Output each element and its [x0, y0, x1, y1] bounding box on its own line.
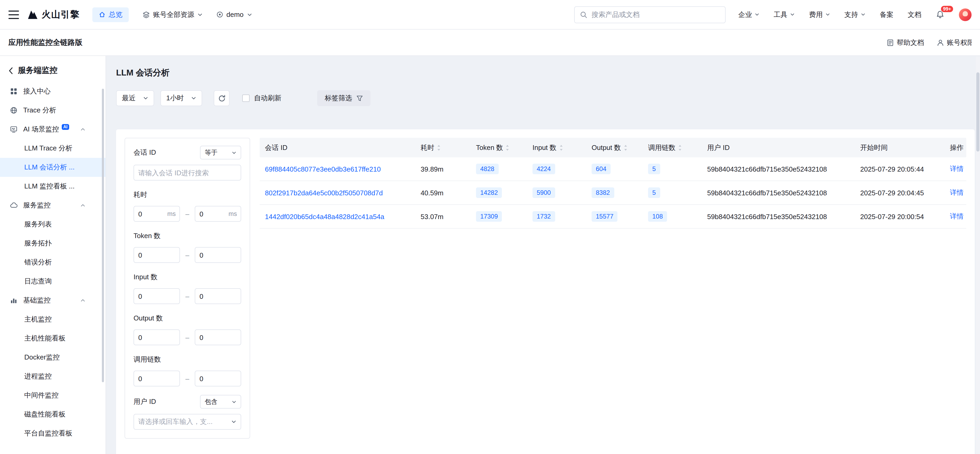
sidebar-item-platform-self-monitoring-dashboard[interactable]: 平台自监控看板 — [0, 424, 105, 443]
sidebar-item-llm-trace-analysis[interactable]: LLM Trace 分析 — [0, 139, 105, 158]
input-min-input[interactable] — [134, 288, 180, 304]
layers-icon — [143, 11, 150, 18]
menu-docs[interactable]: 文档 — [908, 10, 921, 19]
filter-output-count: Output 数 – — [134, 312, 241, 345]
sidebar-item-middleware-monitoring[interactable]: 中间件监控 — [0, 386, 105, 405]
session-id-operator-select[interactable]: 等于 — [200, 146, 241, 159]
chevron-down-icon — [197, 12, 203, 17]
sidebar-title: 服务端监控 — [18, 65, 57, 75]
chevron-down-icon — [826, 12, 830, 17]
sidebar-item-host-performance-dashboard[interactable]: 主机性能看板 — [0, 329, 105, 348]
project-dropdown[interactable]: demo — [216, 11, 252, 19]
sidebar-item-host-monitoring[interactable]: 主机监控 — [0, 310, 105, 329]
trace-max-input[interactable] — [195, 371, 241, 386]
sort-icon — [505, 144, 510, 151]
user-avatar[interactable] — [959, 8, 972, 21]
token-min-input[interactable] — [134, 247, 180, 263]
menu-support[interactable]: 支持 — [844, 10, 865, 19]
range-separator: – — [186, 374, 189, 382]
interval-select[interactable]: 1小时 — [161, 90, 202, 106]
session-id-input[interactable] — [134, 165, 241, 180]
duration-max-input[interactable] — [195, 206, 241, 222]
filter-funnel-icon — [356, 95, 363, 102]
brand-logo[interactable]: 火山引擎 — [27, 8, 80, 21]
sidebar-item-access-center[interactable]: 接入中心 — [0, 82, 105, 101]
session-id-link[interactable]: 69f884405c8077e3ee0db3e617ffe210 — [265, 165, 381, 173]
auto-refresh-toggle[interactable]: 自动刷新 — [242, 94, 281, 103]
user-id-operator-select[interactable]: 包含 — [200, 395, 241, 409]
range-separator: – — [186, 292, 189, 300]
search-input[interactable] — [592, 11, 720, 19]
start-time-value: 2025-07-29 20:00:54 — [860, 212, 924, 220]
trace-min-input[interactable] — [134, 371, 180, 386]
menu-icp[interactable]: 备案 — [880, 10, 894, 19]
col-header-duration[interactable]: 耗时 — [415, 143, 471, 152]
col-header-token-count[interactable]: Token 数 — [471, 143, 527, 152]
session-id-link[interactable]: 1442df020b65dc4a48a4828d2c41a54a — [265, 212, 385, 220]
time-range-select[interactable]: 最近 — [116, 90, 154, 106]
sidebar-item-docker-monitoring[interactable]: Docker监控 — [0, 348, 105, 367]
notifications-button[interactable]: 99+ — [935, 10, 945, 19]
detail-link[interactable]: 详情 — [950, 164, 964, 174]
output-min-input[interactable] — [134, 330, 180, 345]
sidebar-item-service-list[interactable]: 服务列表 — [0, 215, 105, 234]
window-scrollbar-thumb[interactable] — [976, 72, 980, 151]
trace-count-tag: 108 — [648, 211, 667, 222]
hamburger-menu-icon[interactable] — [8, 10, 19, 19]
sidebar-scrollbar-thumb[interactable] — [102, 89, 104, 382]
token-max-input[interactable] — [195, 247, 241, 263]
col-header-output-count[interactable]: Output 数 — [586, 143, 643, 152]
trace-count-tag: 5 — [648, 164, 660, 174]
chevron-down-icon — [191, 96, 196, 101]
auto-refresh-checkbox[interactable] — [242, 94, 250, 102]
chevron-down-icon — [232, 399, 236, 404]
global-search[interactable] — [574, 6, 725, 23]
overview-button[interactable]: 总览 — [92, 7, 129, 22]
input-count-tag: 1732 — [533, 211, 555, 222]
sidebar-item-service-topology[interactable]: 服务拓扑 — [0, 234, 105, 253]
sidebar-item-llm-session-analysis[interactable]: LLM 会话分析 ... — [0, 158, 105, 177]
refresh-button[interactable] — [214, 90, 229, 106]
menu-enterprise[interactable]: 企业 — [738, 10, 759, 19]
account-permission-link[interactable]: 账号权限 — [937, 38, 972, 47]
detail-link[interactable]: 详情 — [950, 188, 964, 198]
chevron-down-icon — [755, 12, 759, 17]
chevron-down-icon — [790, 12, 795, 17]
range-separator: – — [186, 210, 189, 218]
filter-trace-count: 调用链数 – — [134, 354, 241, 386]
sidebar-item-trace-analysis[interactable]: Trace 分析 — [0, 101, 105, 120]
col-header-input-count[interactable]: Input 数 — [527, 143, 586, 152]
user-id-multiselect[interactable]: 请选择或回车输入，支... — [134, 414, 241, 430]
top-menu: 企业 工具 费用 支持 备案 文档 99+ — [738, 8, 972, 21]
output-count-tag: 8382 — [592, 187, 614, 198]
detail-link[interactable]: 详情 — [950, 212, 964, 221]
help-docs-link[interactable]: 帮助文档 — [886, 38, 924, 47]
filter-token-count: Token 数 – — [134, 230, 241, 263]
sidebar-item-error-analysis[interactable]: 错误分析 — [0, 253, 105, 272]
back-chevron-icon[interactable] — [8, 67, 13, 74]
resource-scope-dropdown[interactable]: 账号全部资源 — [143, 10, 203, 19]
brand-name: 火山引擎 — [42, 8, 80, 21]
duration-min-input[interactable] — [134, 206, 180, 222]
filter-session-id: 会话 ID 等于 — [134, 146, 241, 180]
window-scrollbar-track — [976, 56, 980, 454]
input-max-input[interactable] — [195, 288, 241, 304]
sidebar-group-service-monitoring[interactable]: 服务监控 — [0, 196, 105, 215]
chevron-down-icon — [143, 96, 148, 101]
sidebar-item-disk-performance-dashboard[interactable]: 磁盘性能看板 — [0, 405, 105, 424]
menu-tools[interactable]: 工具 — [774, 10, 795, 19]
sidebar-group-ai-monitoring[interactable]: AI 场景监控 AI — [0, 120, 105, 139]
sidebar-item-log-query[interactable]: 日志查询 — [0, 272, 105, 291]
session-id-link[interactable]: 802f2917b2da64e5c00b2f5050708d7d — [265, 189, 383, 197]
filter-panel: 会话 ID 等于 耗时 — [124, 138, 250, 439]
project-icon — [216, 11, 223, 18]
sidebar-item-process-monitoring[interactable]: 进程监控 — [0, 367, 105, 386]
app-window: 火山引擎 总览 账号全部资源 demo — [0, 0, 980, 454]
table-row: 802f2917b2da64e5c00b2f5050708d7d 40.59m … — [259, 181, 966, 205]
sidebar-item-llm-dashboard[interactable]: LLM 监控看板 ... — [0, 177, 105, 196]
tag-filter-button[interactable]: 标签筛选 — [317, 90, 371, 106]
menu-billing[interactable]: 费用 — [809, 10, 830, 19]
col-header-trace-count[interactable]: 调用链数 — [643, 143, 702, 152]
sidebar-group-basic-monitoring[interactable]: 基础监控 — [0, 291, 105, 310]
output-max-input[interactable] — [195, 330, 241, 345]
